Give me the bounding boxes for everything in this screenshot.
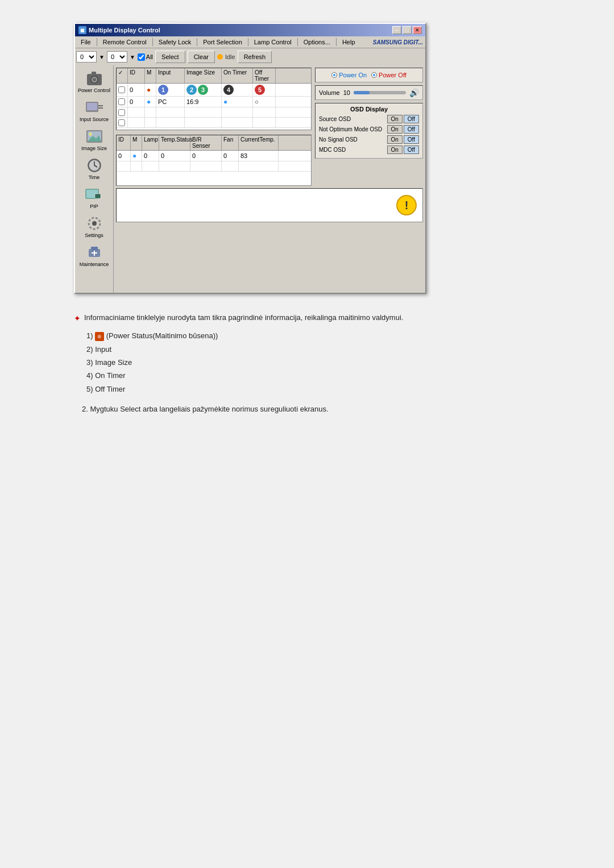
svg-rect-6 bbox=[98, 105, 103, 106]
svg-rect-5 bbox=[87, 103, 97, 110]
osd-not-optimum-label: Not Optimum Mode OSD bbox=[319, 126, 382, 132]
volume-slider[interactable] bbox=[354, 91, 406, 94]
brow-br-sensor: 0 bbox=[190, 151, 222, 161]
menu-separator-5 bbox=[297, 38, 298, 46]
annotations: ✦ Informaciniame tinklelyje nurodyta tam… bbox=[74, 311, 540, 416]
row-input: PC bbox=[158, 98, 167, 105]
row-id: 0 bbox=[130, 86, 133, 93]
sidebar-item-settings[interactable]: Settings bbox=[76, 213, 113, 240]
osd-source-btns: On Off bbox=[387, 115, 420, 123]
list-item-5: 5) Off Timer bbox=[86, 383, 540, 396]
osd-row-source: Source OSD On Off bbox=[319, 115, 419, 123]
sidebar-label-power: Power Control bbox=[78, 88, 110, 93]
sidebar-label-pip: PIP bbox=[90, 203, 98, 209]
volume-icon: 🔊 bbox=[409, 88, 419, 97]
menu-file[interactable]: File bbox=[77, 38, 94, 47]
osd-no-signal-on[interactable]: On bbox=[387, 135, 403, 144]
brow-id: 0 bbox=[117, 151, 131, 161]
col-image-size: Image Size bbox=[185, 68, 222, 83]
volume-slider-fill bbox=[354, 91, 370, 94]
osd-not-optimum-on[interactable]: On bbox=[387, 125, 403, 134]
menu-port-selection[interactable]: Port Selection bbox=[200, 38, 245, 47]
brand-logo: SAMSUNG DIGIT... bbox=[373, 39, 423, 45]
menu-help[interactable]: Help bbox=[339, 38, 359, 47]
osd-source-on[interactable]: On bbox=[387, 115, 403, 123]
id-from-select[interactable]: 0 bbox=[76, 51, 97, 63]
row-id-2: 0 bbox=[130, 98, 133, 105]
osd-mdc-on[interactable]: On bbox=[387, 146, 403, 154]
toolbar: 0 ▼ 0 ▼ All Select Clear Idle Refresh bbox=[75, 48, 425, 65]
power-on-text: Power On bbox=[339, 72, 367, 78]
osd-no-signal-btns: On Off bbox=[387, 135, 420, 144]
sidebar-item-time[interactable]: Time bbox=[76, 155, 113, 182]
osd-mdc-btns: On Off bbox=[387, 146, 420, 154]
toolbar-separator-2: ▼ bbox=[130, 54, 135, 60]
menu-remote-control[interactable]: Remote Control bbox=[99, 38, 150, 47]
minimize-button[interactable]: ─ bbox=[392, 26, 401, 34]
osd-source-off[interactable]: Off bbox=[404, 115, 419, 123]
sidebar-item-power-control[interactable]: Power Control bbox=[76, 68, 113, 95]
close-button[interactable]: ✕ bbox=[413, 26, 422, 34]
osd-no-signal-off[interactable]: Off bbox=[404, 135, 419, 144]
svg-rect-18 bbox=[95, 194, 101, 198]
brow-m: ● bbox=[132, 152, 136, 160]
list-item-1: 1) ⊛ (Power Status(Maitinimo būsena)) bbox=[86, 329, 540, 342]
menu-options[interactable]: Options... bbox=[300, 38, 334, 47]
osd-not-optimum-off[interactable]: Off bbox=[404, 125, 419, 134]
col-input: Input bbox=[156, 68, 185, 83]
bcol-temp-status: Temp.Status bbox=[159, 135, 190, 150]
star-icon: ✦ bbox=[74, 312, 81, 326]
top-data-table: ✓ ID M Input Image Size On Timer Off Tim… bbox=[116, 68, 312, 130]
osd-title: OSD Display bbox=[319, 106, 419, 113]
menu-safety-lock[interactable]: Safety Lock bbox=[155, 38, 194, 47]
volume-value: 10 bbox=[343, 89, 350, 96]
all-checkbox-label[interactable]: All bbox=[138, 53, 153, 61]
bcol-fan: Fan bbox=[222, 135, 239, 150]
row-checkbox-2[interactable] bbox=[118, 98, 125, 105]
menu-separator-6 bbox=[336, 38, 337, 46]
sidebar-item-pip[interactable]: PIP bbox=[76, 184, 113, 211]
osd-not-optimum-btns: On Off bbox=[387, 125, 420, 134]
app-window: ▦ Multiple Display Control ─ □ ✕ File Re… bbox=[74, 23, 426, 294]
volume-label: Volume bbox=[319, 89, 340, 96]
table-row-empty-2 bbox=[117, 118, 311, 128]
power-off-label[interactable]: Power Off bbox=[371, 72, 406, 78]
row-m-indicator: ● bbox=[147, 86, 151, 94]
annotation-star-text: Informaciniame tinklelyje nurodyta tam t… bbox=[84, 311, 403, 324]
id-to-select[interactable]: 0 bbox=[107, 51, 127, 63]
refresh-button[interactable]: Refresh bbox=[238, 51, 272, 63]
table-row-data: 0 ● PC 16:9 ● ○ bbox=[117, 97, 311, 107]
bcol-m: M bbox=[131, 135, 142, 150]
bottom-table-row: 0 ● 0 0 0 0 83 bbox=[117, 151, 311, 161]
all-checkbox[interactable] bbox=[138, 53, 145, 61]
bottom-data-table: ID M Lamp Temp.Status B/R Senser Fan Cur… bbox=[116, 135, 312, 186]
clear-button[interactable]: Clear bbox=[188, 51, 215, 63]
maximize-button[interactable]: □ bbox=[403, 26, 412, 34]
power-on-label[interactable]: Power On bbox=[331, 72, 367, 78]
row-checkbox-3[interactable] bbox=[118, 109, 125, 116]
col-id: ID bbox=[128, 68, 145, 83]
row-checkbox[interactable] bbox=[118, 86, 125, 93]
menu-separator-1 bbox=[97, 38, 97, 46]
bottom-table-row-empty bbox=[117, 161, 311, 172]
power-off-radio[interactable] bbox=[371, 72, 377, 78]
bottom-table-header: ID M Lamp Temp.Status B/R Senser Fan Cur… bbox=[117, 135, 311, 151]
sidebar-item-maintenance[interactable]: Maintenance bbox=[76, 242, 113, 269]
power-on-radio[interactable] bbox=[331, 72, 337, 78]
list-item-4: 4) On Timer bbox=[86, 369, 540, 382]
col-off-timer: Off Timer bbox=[253, 68, 276, 83]
sidebar-item-input-source[interactable]: Input Source bbox=[76, 97, 113, 124]
row-off-timer: ○ bbox=[255, 98, 259, 105]
menu-lamp-control[interactable]: Lamp Control bbox=[251, 38, 295, 47]
select-button[interactable]: Select bbox=[155, 51, 185, 63]
osd-no-signal-label: No Signal OSD bbox=[319, 136, 358, 143]
menu-bar: File Remote Control Safety Lock Port Sel… bbox=[75, 36, 425, 48]
sidebar-item-image-size[interactable]: Image Size bbox=[76, 126, 113, 153]
sidebar-label-image: Image Size bbox=[81, 146, 107, 151]
brow-temp-status: 0 bbox=[159, 151, 190, 161]
svg-point-10 bbox=[89, 132, 92, 136]
annotation-note-2: 2. Mygtuku Select arba langeliais pažymė… bbox=[82, 402, 540, 416]
osd-mdc-off[interactable]: Off bbox=[404, 146, 419, 154]
power-status-icon: ⊛ bbox=[95, 332, 104, 341]
row-checkbox-4[interactable] bbox=[118, 119, 125, 126]
